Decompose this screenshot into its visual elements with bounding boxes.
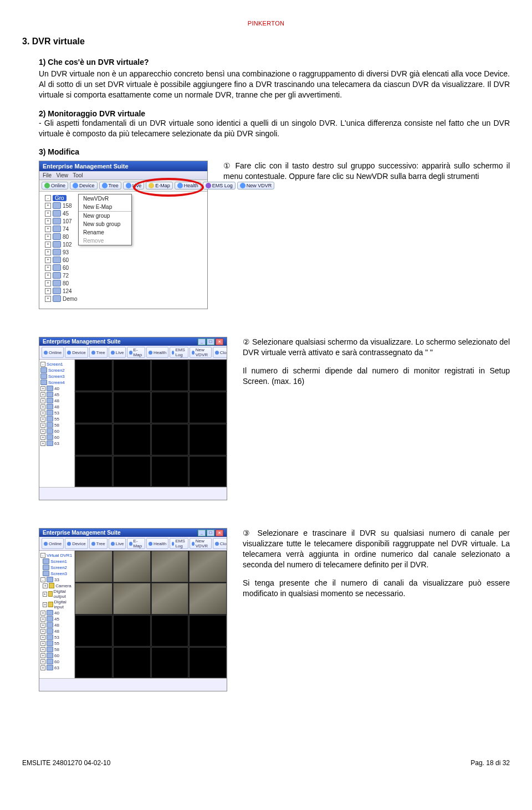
tree-node[interactable]: +74	[45, 225, 78, 232]
grid-cell[interactable]	[189, 647, 227, 679]
grid-cell-cam[interactable]	[151, 583, 189, 614]
tb-health[interactable]: Health	[146, 538, 168, 549]
grid-cell[interactable]	[113, 615, 151, 647]
tb-online[interactable]: Online	[42, 538, 64, 549]
grid-cell[interactable]	[75, 424, 112, 455]
tb-health[interactable]: Health	[175, 182, 201, 189]
tree-node[interactable]: +80	[45, 280, 78, 286]
side-item[interactable]: Screen3	[40, 571, 73, 576]
side-item[interactable]: +58	[40, 647, 73, 652]
grid-cell[interactable]	[113, 360, 151, 391]
tb-live[interactable]: Live	[109, 538, 126, 549]
grid-cell-cam[interactable]	[113, 583, 151, 614]
side-item[interactable]: +53	[40, 634, 73, 640]
tb-newvdvr[interactable]: New VDVR	[237, 182, 275, 189]
tb-newvdvr[interactable]: New VDVR	[190, 538, 211, 549]
tree-node[interactable]: +124	[45, 288, 78, 294]
grid-cell[interactable]	[151, 615, 189, 647]
tb-tree[interactable]: Tree	[89, 538, 108, 549]
grid-cell-cam[interactable]	[151, 551, 189, 582]
tb-device[interactable]: Device	[65, 347, 88, 358]
tb-emap[interactable]: E-Map	[127, 347, 145, 358]
grid-cell-cam[interactable]	[75, 551, 112, 582]
tb-emslog[interactable]: EMS Log	[170, 538, 188, 549]
grid-cell[interactable]	[151, 392, 189, 423]
grid-cell[interactable]	[113, 456, 151, 488]
side-item[interactable]: +55	[40, 640, 73, 646]
side-item[interactable]: +60	[40, 434, 73, 440]
menu-view[interactable]: View	[56, 172, 68, 178]
close-icon[interactable]: ×	[216, 339, 223, 345]
side-item[interactable]: -33	[40, 577, 73, 582]
tb-online[interactable]: Online	[42, 347, 64, 358]
grid-cell[interactable]	[189, 456, 227, 488]
tb-close[interactable]: Close	[213, 347, 227, 358]
grid-cell-cam[interactable]	[189, 551, 227, 582]
tb-device[interactable]: Device	[65, 538, 88, 549]
tree-node[interactable]: +60	[45, 264, 78, 271]
tb-live[interactable]: Live	[109, 347, 126, 358]
grid-cell[interactable]	[75, 456, 112, 488]
tb-live[interactable]: Live	[123, 182, 145, 189]
grid-cell[interactable]	[75, 615, 112, 647]
menu-file[interactable]: File	[43, 172, 52, 178]
ctx-newsubgroup[interactable]: New sub group	[79, 220, 131, 228]
side-item[interactable]: Screen2	[40, 367, 73, 373]
grid-cell[interactable]	[113, 424, 151, 455]
grid-cell[interactable]	[189, 615, 227, 647]
grid-cell[interactable]	[113, 647, 151, 679]
tree-node[interactable]: +Demo	[45, 295, 78, 302]
side-item[interactable]: +45	[40, 616, 73, 622]
grid-cell[interactable]	[151, 456, 189, 488]
side-item[interactable]: Screen3	[40, 373, 73, 379]
grid-cell[interactable]	[75, 392, 112, 423]
side-item[interactable]: Screen4	[40, 380, 73, 385]
close-icon[interactable]: ×	[216, 530, 223, 536]
tb-online[interactable]: Online	[42, 182, 68, 189]
tree-root[interactable]: -Gro	[45, 195, 78, 201]
side-item[interactable]: +53	[40, 410, 73, 416]
tb-emslog[interactable]: EMS Log	[170, 347, 188, 358]
tree-node[interactable]: +45	[45, 210, 78, 217]
tree-node[interactable]: +107	[45, 218, 78, 224]
grid-cell[interactable]	[151, 360, 189, 391]
side-item[interactable]: +60	[40, 653, 73, 658]
grid-cell[interactable]	[151, 647, 189, 679]
ctx-rename[interactable]: Rename	[79, 228, 131, 237]
tb-tree[interactable]: Tree	[89, 347, 108, 358]
side-item[interactable]: -Virtual DVR1	[40, 553, 73, 558]
grid-cell[interactable]	[113, 392, 151, 423]
side-item[interactable]: -Screen1	[40, 362, 73, 367]
grid-cell-cam[interactable]	[113, 551, 151, 582]
side-item[interactable]: Screen2	[40, 565, 73, 570]
tb-tree[interactable]: Tree	[99, 182, 121, 189]
tree-node[interactable]: +72	[45, 272, 78, 279]
side-item[interactable]: +Camera	[40, 583, 73, 588]
tree-node[interactable]: +80	[45, 233, 78, 240]
minimize-icon[interactable]: _	[198, 530, 206, 536]
side-item[interactable]: +40	[40, 610, 73, 616]
side-item[interactable]: +60	[40, 428, 73, 434]
side-item[interactable]: +48	[40, 398, 73, 403]
grid-cell[interactable]	[189, 424, 227, 455]
side-item[interactable]: +60	[40, 659, 73, 664]
ctx-newvdvr[interactable]: NewVDvR	[79, 194, 131, 203]
tb-emap[interactable]: E-Map	[146, 182, 173, 189]
side-item[interactable]: +48	[40, 628, 73, 634]
tree-node[interactable]: +102	[45, 241, 78, 248]
side-item[interactable]: +48	[40, 404, 73, 409]
tb-emslog[interactable]: EMS Log	[203, 182, 236, 189]
maximize-icon[interactable]: □	[207, 530, 214, 536]
side-item[interactable]: +Digital output	[40, 589, 73, 599]
grid-cell[interactable]	[151, 424, 189, 455]
side-item[interactable]: +63	[40, 665, 73, 670]
tb-health[interactable]: Health	[146, 347, 168, 358]
tree-node[interactable]: +93	[45, 249, 78, 255]
grid-cell[interactable]	[189, 360, 227, 391]
ctx-newemap[interactable]: New E-Map	[79, 203, 131, 211]
grid-cell[interactable]	[75, 647, 112, 679]
tree-node[interactable]: +60	[45, 257, 78, 263]
tree-node[interactable]: +158	[45, 202, 78, 209]
minimize-icon[interactable]: _	[198, 339, 206, 345]
grid-cell[interactable]	[75, 360, 112, 391]
